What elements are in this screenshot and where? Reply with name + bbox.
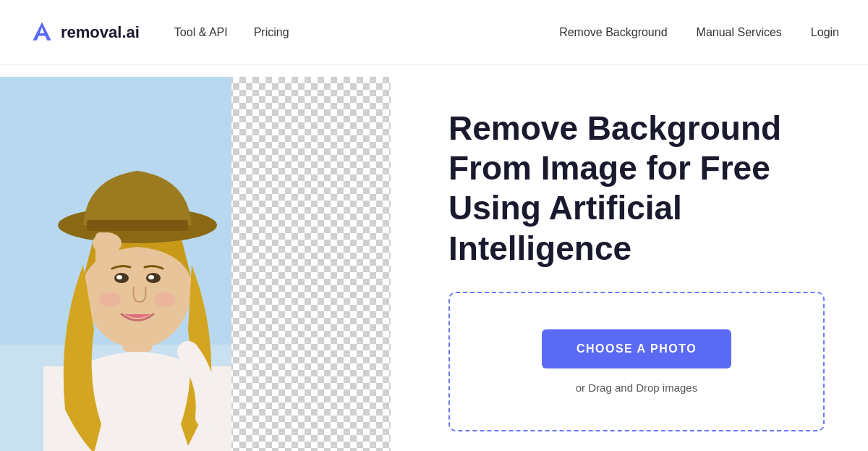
- hero-section: Remove Background From Image for Free Us…: [0, 65, 868, 451]
- logo-text: removal.ai: [61, 23, 140, 42]
- nav-link-tool-api[interactable]: Tool & API: [174, 26, 228, 38]
- svg-point-13: [154, 292, 176, 307]
- svg-rect-15: [95, 232, 107, 265]
- nav-link-pricing[interactable]: Pricing: [254, 26, 289, 38]
- nav-link-remove-bg[interactable]: Remove Background: [559, 26, 667, 39]
- svg-point-12: [99, 292, 121, 307]
- logo-link[interactable]: removal.ai: [29, 20, 140, 46]
- nav-links-left: Tool & API Pricing: [174, 26, 289, 39]
- choose-photo-button[interactable]: CHOOSE A PHOTO: [542, 329, 731, 368]
- nav-left: removal.ai Tool & API Pricing: [29, 20, 289, 46]
- drag-drop-label: or Drag and Drop images: [576, 382, 697, 394]
- nav-link-manual-services[interactable]: Manual Services: [697, 26, 782, 39]
- nav-link-login[interactable]: Login: [811, 26, 839, 39]
- nav-item-tool-api[interactable]: Tool & API: [174, 26, 228, 39]
- nav-links-right: Remove Background Manual Services Login: [559, 26, 839, 39]
- svg-point-11: [148, 275, 154, 279]
- svg-point-10: [116, 275, 122, 279]
- svg-rect-7: [87, 220, 188, 231]
- hero-title: Remove Background From Image for Free Us…: [448, 109, 825, 269]
- hero-content: Remove Background From Image for Free Us…: [391, 65, 868, 451]
- logo-icon: [29, 20, 55, 46]
- hero-woman-illustration: [0, 77, 391, 451]
- hero-image-container: [0, 77, 391, 451]
- nav-item-pricing[interactable]: Pricing: [254, 26, 289, 39]
- upload-dropzone[interactable]: CHOOSE A PHOTO or Drag and Drop images: [448, 292, 825, 431]
- navbar: removal.ai Tool & API Pricing Remove Bac…: [0, 0, 868, 65]
